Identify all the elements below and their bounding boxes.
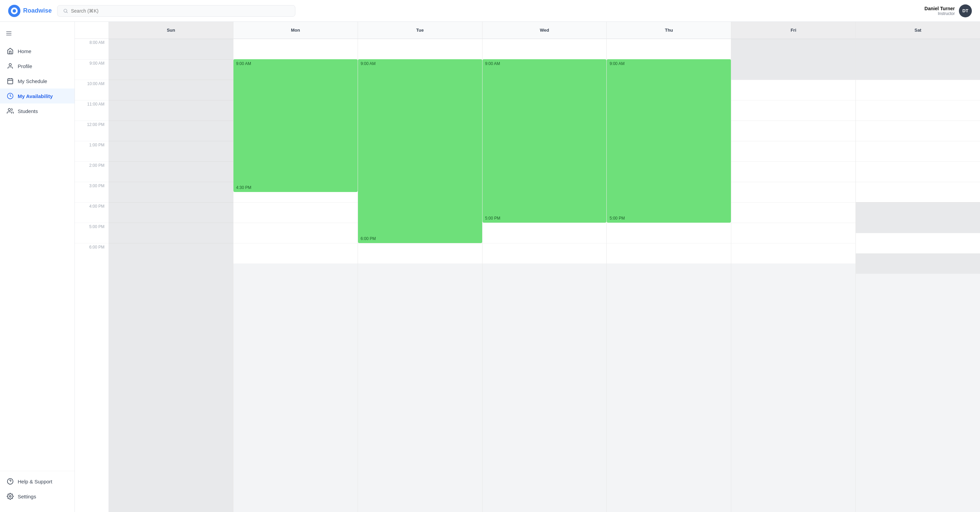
main-content: Sun Mon Tue Wed Thu Fri Sat 8:00 AM 9:00… bbox=[75, 22, 980, 512]
avail-start-tue: 9:00 AM bbox=[361, 61, 375, 66]
avail-start-wed: 9:00 AM bbox=[485, 61, 500, 66]
avail-block-thu[interactable]: 9:00 AM 5:00 PM bbox=[607, 59, 731, 223]
svg-point-3 bbox=[64, 9, 67, 12]
users-icon bbox=[7, 108, 14, 114]
avail-end-wed: 5:00 PM bbox=[485, 216, 501, 220]
svg-rect-8 bbox=[8, 79, 13, 84]
time-slot-1300: 1:00 PM bbox=[75, 141, 108, 161]
logo: Roadwise bbox=[8, 5, 52, 17]
home-icon bbox=[7, 48, 14, 54]
time-slot-1800: 6:00 PM bbox=[75, 243, 108, 263]
day-col-sat bbox=[856, 39, 980, 512]
avail-end-mon: 4:30 PM bbox=[236, 185, 251, 190]
time-slot-1700: 5:00 PM bbox=[75, 223, 108, 243]
time-slot-1200: 12:00 PM bbox=[75, 121, 108, 141]
sidebar-item-help[interactable]: Help & Support bbox=[0, 474, 75, 489]
day-header-wed: Wed bbox=[482, 22, 607, 39]
time-slot-1000: 10:00 AM bbox=[75, 80, 108, 100]
day-col-mon: 9:00 AM 4:30 PM bbox=[234, 39, 358, 512]
time-header-spacer bbox=[75, 22, 109, 39]
day-header-tue: Tue bbox=[358, 22, 482, 39]
sidebar-item-students-label: Students bbox=[18, 108, 38, 114]
sidebar-item-settings[interactable]: Settings bbox=[0, 489, 75, 504]
sidebar-item-my-schedule-label: My Schedule bbox=[18, 78, 47, 84]
time-column: 8:00 AM 9:00 AM 10:00 AM 11:00 AM 12:00 … bbox=[75, 39, 109, 512]
user-name: Daniel Turner bbox=[924, 6, 955, 11]
avail-block-mon[interactable]: 9:00 AM 4:30 PM bbox=[234, 59, 358, 192]
day-header-sat: Sat bbox=[856, 22, 980, 39]
sidebar-item-home[interactable]: Home bbox=[0, 43, 75, 59]
time-slot-900: 9:00 AM bbox=[75, 59, 108, 80]
sidebar-item-help-label: Help & Support bbox=[18, 479, 52, 485]
avail-start-mon: 9:00 AM bbox=[236, 61, 251, 66]
search-icon bbox=[63, 8, 68, 14]
time-slot-1100: 11:00 AM bbox=[75, 100, 108, 121]
day-header-mon: Mon bbox=[234, 22, 358, 39]
day-col-thu: 9:00 AM 5:00 PM bbox=[607, 39, 731, 512]
sidebar-item-students[interactable]: Students bbox=[0, 104, 75, 118]
search-input[interactable] bbox=[71, 8, 290, 14]
time-slot-800: 8:00 AM bbox=[75, 39, 108, 59]
calendar-icon bbox=[7, 78, 14, 85]
svg-point-7 bbox=[9, 64, 11, 66]
day-headers: Sun Mon Tue Wed Thu Fri Sat bbox=[75, 22, 980, 39]
svg-point-13 bbox=[8, 108, 11, 111]
avatar: DT bbox=[959, 5, 972, 18]
time-slot-1500: 3:00 PM bbox=[75, 182, 108, 202]
day-col-fri bbox=[731, 39, 856, 512]
day-col-tue: 9:00 AM 6:00 PM bbox=[358, 39, 482, 512]
time-slot-1400: 2:00 PM bbox=[75, 161, 108, 182]
sidebar-toggle[interactable] bbox=[0, 27, 75, 43]
logo-text: Roadwise bbox=[23, 7, 52, 14]
user-info: Daniel Turner Instructor bbox=[924, 6, 955, 16]
sidebar-item-settings-label: Settings bbox=[18, 494, 36, 499]
sidebar-item-profile-label: Profile bbox=[18, 63, 32, 69]
logo-icon bbox=[8, 5, 21, 17]
gear-icon bbox=[7, 493, 14, 500]
sidebar-item-home-label: Home bbox=[18, 48, 31, 54]
avail-block-tue[interactable]: 9:00 AM 6:00 PM bbox=[358, 59, 482, 243]
body: Home Profile My Schedule My Availability bbox=[0, 22, 980, 512]
day-header-sun: Sun bbox=[109, 22, 234, 39]
clock-icon bbox=[7, 93, 14, 99]
nav-items: Home Profile My Schedule My Availability bbox=[0, 43, 75, 468]
header-left: Roadwise bbox=[8, 5, 295, 17]
menu-icon bbox=[5, 30, 12, 37]
sidebar-item-my-availability[interactable]: My Availability bbox=[0, 89, 75, 104]
sidebar: Home Profile My Schedule My Availability bbox=[0, 22, 75, 512]
user-area: Daniel Turner Instructor DT bbox=[924, 5, 972, 18]
svg-point-16 bbox=[10, 496, 11, 498]
day-col-sun bbox=[109, 39, 234, 512]
day-col-wed: 9:00 AM 5:00 PM bbox=[482, 39, 607, 512]
header: Roadwise Daniel Turner Instructor DT bbox=[0, 0, 980, 22]
day-header-fri: Fri bbox=[731, 22, 856, 39]
avail-block-wed[interactable]: 9:00 AM 5:00 PM bbox=[482, 59, 607, 223]
sidebar-item-my-availability-label: My Availability bbox=[18, 93, 53, 99]
user-role: Instructor bbox=[924, 11, 955, 16]
day-header-thu: Thu bbox=[607, 22, 731, 39]
sidebar-bottom: Help & Support Settings bbox=[0, 471, 75, 507]
help-icon bbox=[7, 478, 14, 485]
sidebar-item-profile[interactable]: Profile bbox=[0, 59, 75, 73]
days-area: 9:00 AM 4:30 PM bbox=[109, 39, 980, 512]
time-slot-1600: 4:00 PM bbox=[75, 202, 108, 223]
calendar-grid: 8:00 AM 9:00 AM 10:00 AM 11:00 AM 12:00 … bbox=[75, 39, 980, 512]
avail-start-thu: 9:00 AM bbox=[609, 61, 624, 66]
person-icon bbox=[7, 63, 14, 69]
avail-end-thu: 5:00 PM bbox=[609, 216, 625, 220]
sidebar-item-my-schedule[interactable]: My Schedule bbox=[0, 73, 75, 89]
search-bar[interactable] bbox=[57, 5, 295, 17]
svg-point-2 bbox=[13, 9, 16, 13]
avail-end-tue: 6:00 PM bbox=[361, 236, 376, 241]
